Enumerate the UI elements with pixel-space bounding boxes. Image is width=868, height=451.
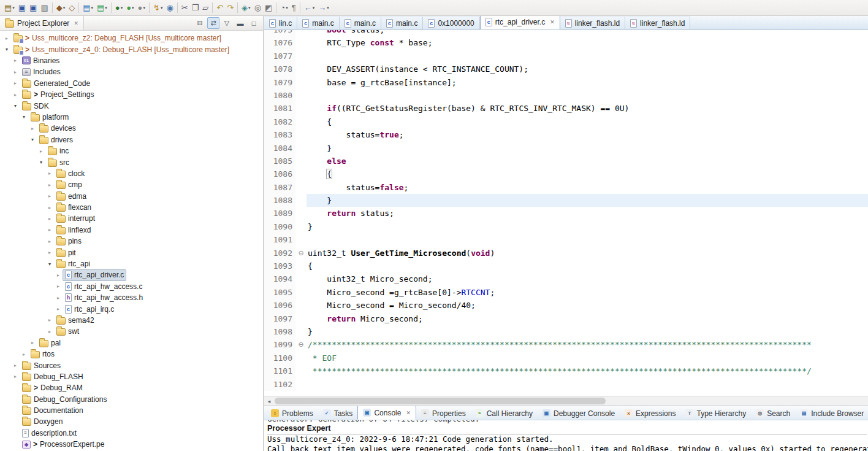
expanded-arrow-icon[interactable]: ▾: [2, 47, 11, 52]
collapsed-arrow-icon[interactable]: ▸: [2, 36, 11, 41]
tree-item-description-txt[interactable]: ≡description.txt: [0, 428, 263, 439]
tree-item-drivers[interactable]: ▾drivers: [0, 134, 263, 145]
tab-close-icon[interactable]: ✕: [550, 19, 555, 25]
tree-item-sema42[interactable]: ▸sema42: [0, 315, 263, 326]
tree-item-doxygen[interactable]: Doxygen: [0, 416, 263, 427]
console-tab-problems[interactable]: !Problems: [266, 407, 318, 420]
collapsed-arrow-icon[interactable]: ▸: [45, 227, 54, 233]
tree-item-pins[interactable]: ▸pins: [0, 236, 263, 247]
toggle-mark-button[interactable]: ◩: [263, 1, 274, 14]
tree-item-rtc-api-hw-access-h[interactable]: ▸hrtc_api_hw_access.h: [0, 292, 263, 303]
collapse-all-icon[interactable]: ⊟: [194, 17, 206, 29]
editor-tab-main-c[interactable]: cmain.c: [340, 16, 381, 29]
collapsed-arrow-icon[interactable]: ▸: [45, 250, 54, 255]
debug-button[interactable]: ●▾: [113, 1, 124, 14]
new-class-button[interactable]: ◈▾: [240, 1, 253, 14]
save-button[interactable]: ▣: [17, 1, 28, 14]
collapsed-arrow-icon[interactable]: ▸: [54, 283, 63, 289]
undo-button[interactable]: ↶: [215, 1, 225, 14]
fold-collapse-icon[interactable]: ⊖: [295, 247, 306, 260]
editor-tab-0x1000000[interactable]: c0x1000000: [423, 16, 479, 29]
tree-item-processorexpert-pe[interactable]: ◆>ProcessorExpert.pe: [0, 439, 263, 450]
save-all-button[interactable]: ▣: [28, 1, 39, 14]
tree-item-sdk[interactable]: ▾SDK: [0, 100, 263, 111]
collapsed-arrow-icon[interactable]: ▸: [11, 69, 20, 75]
tree-item-rtos[interactable]: ▸rtos: [0, 349, 263, 360]
cut-button[interactable]: ✂: [180, 1, 190, 14]
editor-tab-main-c[interactable]: cmain.c: [381, 16, 423, 29]
editor-tab-lin-c[interactable]: clin.c: [264, 16, 297, 29]
collapsed-arrow-icon[interactable]: ▸: [45, 317, 54, 323]
tree-item-debug-flash[interactable]: ▸Debug_FLASH: [0, 371, 263, 382]
new-wizard-button[interactable]: ▤▾: [2, 1, 17, 14]
tree-item-uss-multicore-z2-debug-flash-uss-multicore-master[interactable]: ▸>Uss_multicore_z2: Debug_FLASH [Uss_mul…: [0, 33, 263, 44]
search-button[interactable]: ◔▾: [278, 1, 289, 14]
copy-button[interactable]: ❐: [190, 1, 201, 14]
tree-item-generated-code[interactable]: ▸Generated_Code: [0, 78, 263, 89]
tree-item-binaries[interactable]: ▸01Binaries: [0, 55, 263, 66]
tree-item-includes[interactable]: ▸≡Includes: [0, 66, 263, 77]
flash-programmer-button[interactable]: ↯▾: [151, 1, 164, 14]
collapsed-arrow-icon[interactable]: ▸: [45, 216, 54, 222]
tree-item-interrupt[interactable]: ▸interrupt: [0, 213, 263, 224]
project-explorer-view-tab[interactable]: Project Explorer ✕: [0, 16, 84, 30]
collapsed-arrow-icon[interactable]: ▸: [20, 352, 28, 357]
print-button[interactable]: ▥: [39, 1, 50, 14]
tab-close-icon[interactable]: ✕: [406, 410, 411, 416]
collapsed-arrow-icon[interactable]: ▸: [54, 306, 63, 312]
collapsed-arrow-icon[interactable]: ▸: [11, 363, 20, 368]
expanded-arrow-icon[interactable]: ▾: [28, 137, 37, 142]
redo-button[interactable]: ↷: [225, 1, 235, 14]
collapsed-arrow-icon[interactable]: ▸: [45, 205, 54, 210]
tree-item-swt[interactable]: ▸swt: [0, 326, 263, 337]
tree-item-src[interactable]: ▾src: [0, 156, 263, 168]
tree-item-debug-configurations[interactable]: Debug_Configurations: [0, 394, 263, 405]
tree-item-clock[interactable]: ▸clock: [0, 168, 263, 179]
fold-collapse-icon[interactable]: ⊖: [295, 338, 306, 351]
console-tab-properties[interactable]: ≡Properties: [416, 407, 471, 420]
tree-item-sources[interactable]: ▸Sources: [0, 360, 263, 371]
console-tab-console[interactable]: ▣Console✕: [357, 406, 416, 420]
back-button[interactable]: ←▾: [302, 1, 317, 14]
tree-item-uss-multicore-z4-0-debug-flash-uss-multicore-master[interactable]: ▾>Uss_multicore_z4_0: Debug_FLASH [Uss_m…: [0, 44, 263, 55]
console-tab-search[interactable]: ◎Search: [751, 407, 795, 420]
console-content[interactable]: Generator: Generation of 64 file(s) comp…: [264, 420, 868, 451]
view-menu-icon[interactable]: ▽: [221, 17, 233, 29]
tree-item-rtc-api-hw-access-c[interactable]: ▸crtc_api_hw_access.c: [0, 281, 263, 292]
paste-button[interactable]: ▱: [200, 1, 210, 14]
project-tree[interactable]: ▸>Uss_multicore_z2: Debug_FLASH [Uss_mul…: [0, 31, 263, 451]
expanded-arrow-icon[interactable]: ▾: [37, 160, 45, 165]
run-button[interactable]: ●▾: [124, 1, 135, 14]
open-element-button[interactable]: ◎: [253, 1, 263, 14]
tree-item-platform[interactable]: ▾platform: [0, 112, 263, 123]
collapsed-arrow-icon[interactable]: ▸: [45, 171, 54, 176]
expanded-arrow-icon[interactable]: ▾: [20, 114, 28, 120]
collapsed-arrow-icon[interactable]: ▸: [54, 272, 63, 278]
console-tab-call-hierarchy[interactable]: »Call Hierarchy: [471, 407, 538, 420]
editor-tab-main-c[interactable]: cmain.c: [297, 16, 339, 29]
new-c-project-button[interactable]: ▤▾: [95, 1, 109, 14]
new-source-file-button[interactable]: ▤▾: [81, 1, 95, 14]
tree-item-project-settings[interactable]: ▸>Project_Settings: [0, 89, 263, 100]
tree-item-flexcan[interactable]: ▸flexcan: [0, 202, 263, 213]
collapsed-arrow-icon[interactable]: ▸: [45, 239, 54, 244]
build-button[interactable]: ◆▾: [55, 1, 67, 14]
console-tab-debugger-console[interactable]: ▣Debugger Console: [538, 407, 620, 420]
tree-item-pal[interactable]: ▸pal: [0, 337, 263, 349]
minimize-icon[interactable]: ▬: [234, 17, 246, 29]
editor-horizontal-scrollbar[interactable]: ◂: [264, 396, 868, 406]
collapsed-arrow-icon[interactable]: ▸: [11, 92, 20, 98]
debug-attach-button[interactable]: ◉: [164, 1, 175, 14]
build-all-button[interactable]: ◇: [67, 1, 77, 14]
tree-item-devices[interactable]: ▸devices: [0, 123, 263, 134]
collapsed-arrow-icon[interactable]: ▸: [45, 182, 54, 188]
collapsed-arrow-icon[interactable]: ▸: [45, 329, 54, 334]
tree-item-edma[interactable]: ▸edma: [0, 190, 263, 201]
collapsed-arrow-icon[interactable]: ▸: [11, 80, 20, 86]
collapsed-arrow-icon[interactable]: ▸: [11, 58, 20, 63]
collapsed-arrow-icon[interactable]: ▸: [11, 374, 20, 379]
profile-button[interactable]: ●▾: [136, 1, 147, 14]
console-tab-type-hierarchy[interactable]: TType Hierarchy: [680, 407, 751, 420]
expanded-arrow-icon[interactable]: ▾: [11, 103, 20, 109]
editor-tab-rtc-api-driver-c[interactable]: crtc_api_driver.c✕: [480, 16, 560, 29]
